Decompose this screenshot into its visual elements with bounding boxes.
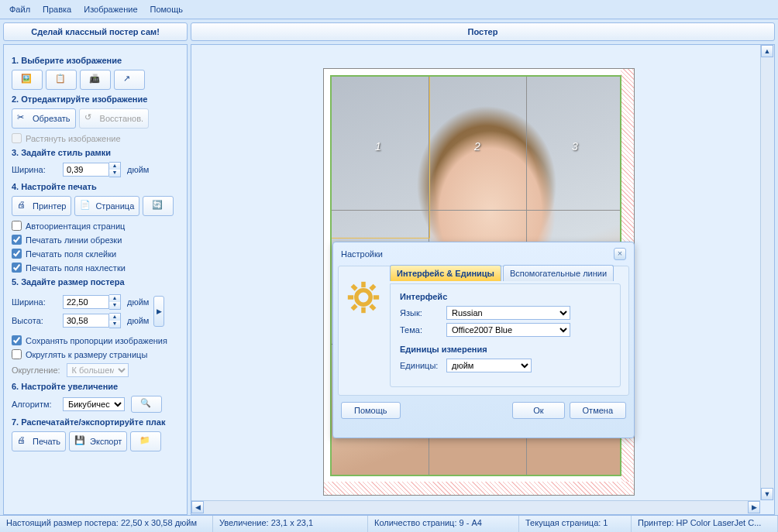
group-units: Единицы измерения (400, 345, 611, 354)
export-icon: 💾 (74, 435, 87, 448)
preview-title: Постер (191, 22, 775, 41)
selection-box[interactable] (331, 76, 430, 239)
spin-down[interactable]: ▼ (109, 321, 120, 328)
dialog-cancel-button[interactable]: Отмена (570, 402, 626, 419)
step2-head: 2. Отредактируйте изображение (12, 94, 179, 104)
hatch-bottom (324, 482, 634, 495)
dialog-close-button[interactable]: × (614, 248, 626, 260)
tab-aux-lines[interactable]: Вспомогательные линии (503, 265, 614, 281)
group-interface: Интерфейс (400, 292, 611, 301)
lang-label: Язык: (400, 308, 446, 317)
border-width-input[interactable]: ▲▼ (63, 162, 121, 177)
svg-rect-8 (369, 304, 376, 311)
print-button[interactable]: 🖨Печать (12, 431, 66, 451)
crop-button[interactable]: ✂Обрезать (12, 108, 76, 129)
scroll-down[interactable]: ▼ (761, 488, 773, 500)
print-label: Печать (33, 437, 60, 446)
page-num-1: 1 (375, 140, 381, 153)
paste-button[interactable]: 📋 (46, 70, 77, 90)
zoom-preview-button[interactable]: 🔍 (131, 396, 162, 413)
page-num-2: 2 (474, 140, 480, 153)
round-size-checkbox[interactable] (12, 349, 22, 359)
status-pages: Количество страниц: 9 - A4 (368, 516, 519, 532)
menu-help[interactable]: Помощь (146, 2, 191, 16)
step6-head: 6. Настройте увеличение (12, 382, 179, 391)
step5-head: 5. Задайте размер постера (12, 277, 179, 287)
restore-button[interactable]: ↺Восстанов. (79, 108, 150, 129)
scrollbar-horizontal[interactable]: ◀ ▶ (191, 500, 760, 514)
scroll-right[interactable]: ▶ (748, 501, 760, 513)
scan-button[interactable]: 📠 (80, 70, 111, 90)
crop-label: Обрезать (33, 114, 71, 123)
magnifier-icon: 🔍 (140, 398, 153, 410)
status-bar: Настоящий размер постера: 22,50 x 30,58 … (0, 515, 778, 532)
external-button[interactable]: ↗ (114, 70, 145, 90)
scroll-up[interactable]: ▲ (761, 45, 773, 57)
round-size-label: Округлять к размеру страницы (26, 350, 147, 359)
step3-head: 3. Задайте стиль рамки (12, 148, 179, 157)
spin-down[interactable]: ▼ (109, 170, 120, 177)
svg-rect-5 (351, 284, 358, 291)
status-printer: Принтер: HP Color LaserJet C... (632, 516, 778, 532)
poster-width-input[interactable] (63, 295, 109, 309)
export-extra-button[interactable]: 📁 (130, 431, 161, 451)
poster-width-label: Ширина: (12, 297, 57, 307)
dialog-ok-button[interactable]: Ок (512, 402, 564, 419)
step4-head: 4. Настройте печать (12, 182, 179, 191)
menu-file[interactable]: Файл (5, 2, 38, 16)
close-icon: × (618, 249, 622, 258)
poster-height-input[interactable] (63, 314, 109, 328)
menu-edit[interactable]: Правка (38, 2, 79, 16)
theme-select[interactable]: Office2007 Blue (446, 323, 570, 337)
spin-up[interactable]: ▲ (109, 314, 120, 321)
print-icon: 🖨 (17, 435, 29, 448)
status-zoom: Увеличение: 23,1 x 23,1 (213, 516, 368, 532)
scroll-left[interactable]: ◀ (191, 501, 204, 513)
gear-icon (346, 280, 380, 314)
size-expand-button[interactable]: ▶ (153, 296, 164, 327)
step7-head: 7. Распечатайте/экспортируйте плак (12, 417, 179, 427)
glue-checkbox[interactable] (12, 249, 22, 259)
menu-image[interactable]: Изображение (79, 2, 145, 16)
open-image-button[interactable]: 🖼️ (12, 70, 43, 90)
page-label: Страница (95, 201, 134, 211)
spin-up[interactable]: ▲ (109, 295, 120, 302)
settings-dialog: Настройки × Интерфейс & Единицы Вспомога… (332, 242, 635, 438)
keep-proportions-label: Сохранять пропорции изображения (26, 336, 167, 345)
svg-rect-6 (369, 284, 376, 291)
poster-height-unit: дюйм (127, 316, 149, 325)
spin-down[interactable]: ▼ (109, 302, 120, 309)
printer-label: Принтер (33, 201, 66, 211)
dialog-help-button[interactable]: Помощь (341, 402, 401, 419)
status-current-page: Текущая страница: 1 (519, 516, 632, 532)
page-num-3: 3 (572, 140, 578, 153)
make-poster-button[interactable]: Сделай классный постер сам! (3, 22, 188, 41)
cut-lines-label: Печатать линии обрезки (26, 235, 122, 245)
rounding-select: К большем (67, 363, 129, 377)
keep-proportions-checkbox[interactable] (12, 335, 22, 345)
step1-head: 1. Выберите изображение (12, 56, 179, 65)
tab-interface-units[interactable]: Интерфейс & Единицы (390, 265, 501, 281)
svg-point-0 (356, 290, 370, 304)
export-label: Экспорт (90, 437, 122, 446)
spin-up[interactable]: ▲ (109, 163, 120, 170)
picture-icon: 🖼️ (21, 74, 33, 86)
svg-rect-3 (348, 295, 353, 300)
lang-select[interactable]: Russian (446, 306, 570, 320)
printer-button[interactable]: 🖨Принтер (12, 196, 71, 216)
status-size: Настоящий размер постера: 22,50 x 30,58 … (0, 516, 213, 532)
cut-lines-checkbox[interactable] (12, 235, 22, 245)
undo-icon: ↺ (84, 112, 97, 125)
scrollbar-vertical[interactable]: ▲ ▼ (760, 45, 774, 500)
border-width-field[interactable] (63, 163, 109, 177)
algorithm-select[interactable]: Бикубическ (63, 397, 125, 411)
stretch-label: Растянуть изображение (26, 134, 121, 143)
printer-icon: 🖨 (17, 200, 29, 212)
overlap-checkbox[interactable] (12, 263, 22, 273)
export-button[interactable]: 💾Экспорт (69, 431, 127, 451)
units-select[interactable]: дюйм (446, 359, 532, 372)
page-button[interactable]: 📄Страница (74, 196, 139, 216)
svg-rect-2 (361, 307, 366, 313)
auto-orient-checkbox[interactable] (12, 221, 22, 231)
page-extra-button[interactable]: 🔄 (143, 196, 174, 216)
